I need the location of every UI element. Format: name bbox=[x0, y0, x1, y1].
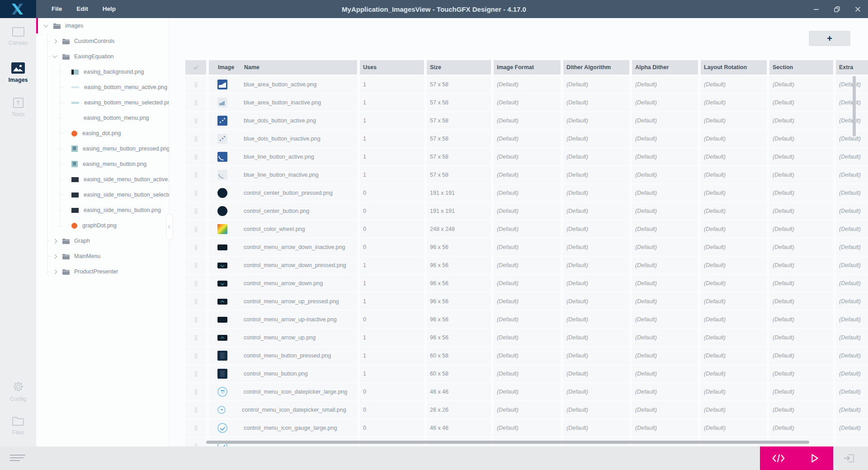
tree-item-easing-bottom-menu-png[interactable]: easing_bottom_menu.png bbox=[36, 110, 169, 126]
tree-item-productpresenter[interactable]: ProductPresenter bbox=[36, 264, 169, 279]
tree-item-easingequation[interactable]: EasingEquation bbox=[36, 49, 169, 64]
table-row[interactable]: blue_line_button_inactive.png157 x 58(De… bbox=[185, 166, 868, 183]
drag-handle-icon[interactable] bbox=[194, 389, 198, 395]
drag-handle-icon[interactable] bbox=[194, 407, 198, 413]
sidebar-item-files[interactable]: Files bbox=[0, 414, 36, 446]
vertical-scrollbar-thumb[interactable] bbox=[853, 76, 856, 136]
tree-item-customcontrols[interactable]: CustomControls bbox=[36, 33, 169, 49]
table-row[interactable]: control_menu_icon_gauge_large.png046 x 4… bbox=[185, 419, 868, 437]
drag-handle-icon[interactable] bbox=[194, 136, 198, 141]
restore-button[interactable] bbox=[826, 0, 847, 18]
select-all-header[interactable] bbox=[185, 60, 206, 75]
tree-item-graphdot-png[interactable]: graphDot.png bbox=[36, 218, 169, 233]
drag-handle-icon[interactable] bbox=[194, 172, 198, 178]
table-row[interactable]: control_menu_button.png160 x 58(Default)… bbox=[185, 365, 868, 382]
tree-item-easing-menu-button-pressed-png[interactable]: easing_menu_button_pressed.png bbox=[36, 141, 169, 156]
table-row[interactable]: control_menu_arrow_up.png196 x 56(Defaul… bbox=[185, 329, 868, 346]
chevron-right-icon[interactable] bbox=[53, 269, 57, 274]
chevron-down-icon[interactable] bbox=[44, 23, 48, 28]
tree-item-easing-side-menu-button-active-png[interactable]: easing_side_menu_button_active.png bbox=[36, 172, 169, 187]
table-row[interactable]: control_center_button_pressed.png0191 x … bbox=[185, 184, 868, 202]
table-row[interactable]: control_menu_arrow_up_pressed.png196 x 5… bbox=[185, 293, 868, 310]
table-row[interactable]: control_center_button.png0191 x 191(Defa… bbox=[185, 202, 868, 220]
image-tree-panel: imagesCustomControlsEasingEquationeasing… bbox=[36, 18, 169, 446]
drag-handle-icon[interactable] bbox=[194, 353, 198, 358]
sidebar-item-texts[interactable]: T Texts bbox=[0, 96, 36, 131]
add-image-button[interactable]: + bbox=[809, 31, 850, 46]
header-size[interactable]: Size bbox=[427, 60, 491, 75]
tree-guide-tick bbox=[47, 272, 51, 272]
drag-handle-icon[interactable] bbox=[194, 208, 198, 214]
drag-handle-icon[interactable] bbox=[194, 118, 198, 123]
menu-file[interactable]: File bbox=[44, 0, 69, 18]
tree-item-easing-bottom-menu-active-png[interactable]: easing_bottom_menu_active.png bbox=[36, 80, 169, 95]
table-row[interactable]: control_menu_icon_datepicker_large.png04… bbox=[185, 383, 868, 400]
header-image-format[interactable]: Image Format bbox=[494, 60, 561, 75]
generate-code-button[interactable] bbox=[760, 446, 797, 470]
sidebar-item-images[interactable]: Images bbox=[0, 61, 36, 96]
menu-edit[interactable]: Edit bbox=[69, 0, 95, 18]
tree-item-easing-dot-png[interactable]: easing_dot.png bbox=[36, 126, 169, 141]
drag-handle-icon[interactable] bbox=[194, 226, 198, 232]
default-value: (Default) bbox=[769, 184, 833, 202]
table-row[interactable]: blue_line_button_active.png157 x 58(Defa… bbox=[185, 148, 868, 165]
header-extra[interactable]: Extra bbox=[836, 60, 868, 75]
table-row[interactable]: control_menu_button_pressed.png160 x 58(… bbox=[185, 347, 868, 364]
drag-handle-icon[interactable] bbox=[194, 425, 198, 431]
minimize-button[interactable] bbox=[806, 0, 826, 18]
table-row[interactable]: control_menu_icon_datepicker_small.png02… bbox=[185, 401, 868, 418]
header-image-name[interactable]: ImageName bbox=[209, 60, 357, 75]
header-layout-rotation[interactable]: Layout Rotation bbox=[701, 60, 767, 75]
sidebar-item-canvas[interactable]: Canvas bbox=[0, 25, 36, 61]
drag-handle-icon[interactable] bbox=[194, 154, 198, 160]
table-row[interactable]: control_menu_arrow_down.png196 x 56(Defa… bbox=[185, 275, 868, 292]
table-row[interactable]: blue_area_button_inactive.png157 x 58(De… bbox=[185, 94, 868, 111]
drag-handle-icon[interactable] bbox=[194, 190, 198, 196]
sidebar-item-config[interactable]: Config bbox=[0, 379, 36, 414]
chevron-down-icon[interactable] bbox=[53, 54, 57, 58]
drag-handle-icon[interactable] bbox=[194, 371, 198, 376]
tree-item-easing-side-menu-button-selected-png[interactable]: easing_side_menu_button_selected.png bbox=[36, 187, 169, 202]
tree-item-images[interactable]: images bbox=[36, 18, 169, 33]
drag-handle-icon[interactable] bbox=[194, 299, 198, 304]
tree-item-easing-bottom-menu-selected-png[interactable]: easing_bottom_menu_selected.png bbox=[36, 95, 169, 110]
default-value: (Default) bbox=[563, 76, 629, 93]
drag-handle-icon[interactable] bbox=[194, 244, 198, 250]
table-row[interactable]: blue_area_button_active.png157 x 58(Defa… bbox=[185, 76, 868, 93]
table-row[interactable]: blue_dots_button_inactive.png157 x 58(De… bbox=[185, 130, 868, 147]
drag-handle-icon[interactable] bbox=[194, 82, 198, 87]
tree-item-easing-menu-button-png[interactable]: easing_menu_button.png bbox=[36, 156, 169, 172]
run-button-group bbox=[760, 446, 833, 470]
run-simulator-button[interactable] bbox=[797, 446, 833, 470]
drag-handle-icon[interactable] bbox=[194, 335, 198, 340]
table-row[interactable]: control_menu_arrow_down_pressed.png196 x… bbox=[185, 257, 868, 274]
tree-item-graph[interactable]: Graph bbox=[36, 233, 169, 249]
header-section[interactable]: Section bbox=[769, 60, 833, 75]
header-dither-algorithm[interactable]: Dither Algorithm bbox=[563, 60, 629, 75]
drag-handle-icon[interactable] bbox=[194, 263, 198, 268]
table-row[interactable]: control_menu_arrow_down_inactive.png096 … bbox=[185, 239, 868, 256]
run-target-button[interactable] bbox=[839, 451, 859, 465]
tree-item-mainmenu[interactable]: MainMenu bbox=[36, 249, 169, 264]
table-row[interactable]: blue_dots_button_active.png157 x 58(Defa… bbox=[185, 112, 868, 129]
drag-handle-icon[interactable] bbox=[194, 443, 198, 446]
chevron-right-icon[interactable] bbox=[53, 239, 57, 243]
chevron-right-icon[interactable] bbox=[53, 39, 57, 43]
horizontal-scrollbar-thumb[interactable] bbox=[206, 441, 809, 444]
default-value: (Default) bbox=[632, 76, 698, 93]
drag-handle-icon[interactable] bbox=[194, 281, 198, 286]
table-row[interactable]: control_color_wheel.png0248 x 248(Defaul… bbox=[185, 221, 868, 238]
tree-item-easing-background-png[interactable]: easing_background.png bbox=[36, 64, 169, 80]
close-button[interactable] bbox=[847, 0, 868, 18]
drag-handle-icon[interactable] bbox=[194, 317, 198, 322]
menu-help[interactable]: Help bbox=[95, 0, 123, 18]
header-alpha-dither[interactable]: Alpha Dither bbox=[632, 60, 698, 75]
tree-collapse-handle[interactable] bbox=[166, 214, 173, 240]
table-row[interactable]: control_menu_arrow_up-inactive.png096 x … bbox=[185, 311, 868, 328]
tree-item-easing-side-menu-button-png[interactable]: easing_side_menu_button.png bbox=[36, 202, 169, 218]
default-value: (Default) bbox=[563, 311, 629, 328]
menu-toggle-icon[interactable] bbox=[10, 455, 25, 462]
chevron-right-icon[interactable] bbox=[53, 254, 57, 258]
drag-handle-icon[interactable] bbox=[194, 100, 198, 105]
header-uses[interactable]: Uses bbox=[360, 60, 424, 75]
